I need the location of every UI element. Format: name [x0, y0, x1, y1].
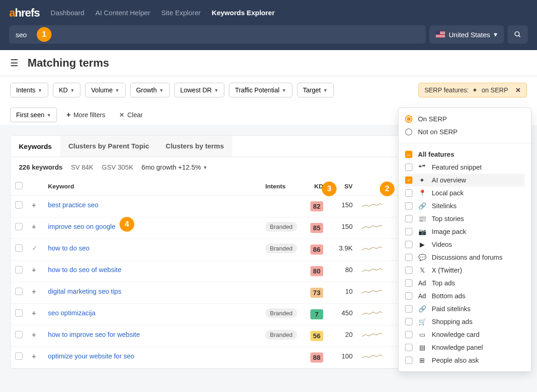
- feature-label: Paid sitelinks: [432, 305, 471, 312]
- feature-people-also-ask[interactable]: ⊞People also ask: [405, 354, 525, 367]
- svg-line-1: [519, 35, 520, 37]
- radio-not-on-serp[interactable]: Not on SERP: [405, 125, 525, 138]
- kd-badge: 80: [310, 266, 323, 276]
- annotation-marker-4: 4: [120, 217, 134, 232]
- add-icon[interactable]: +: [32, 223, 36, 231]
- search-input[interactable]: [16, 31, 419, 39]
- all-features-toggle[interactable]: – All features: [405, 148, 525, 161]
- row-checkbox[interactable]: [15, 223, 23, 230]
- keyword-link[interactable]: optimize your website for seo: [48, 352, 134, 360]
- radio-label: On SERP: [418, 115, 447, 123]
- keyword-link[interactable]: how to improve seo for website: [48, 331, 140, 338]
- feature-featured-snippet[interactable]: ❝❞Featured snippet: [405, 161, 525, 174]
- stat-growth-select[interactable]: 6mo growth +12.5%▼: [142, 164, 207, 171]
- row-checkbox[interactable]: [15, 244, 23, 252]
- add-icon[interactable]: +: [32, 201, 36, 209]
- feature-label: Top stories: [432, 215, 464, 222]
- feature-icon: 📍: [418, 189, 426, 197]
- row-checkbox[interactable]: [15, 309, 23, 317]
- tab-keywords[interactable]: Keywords: [11, 136, 60, 157]
- feature-x-twitter-[interactable]: 𝕏X (Twitter): [405, 264, 525, 277]
- feature-bottom-ads[interactable]: AdBottom ads: [405, 290, 525, 302]
- keyword-link[interactable]: seo optimizacija: [48, 309, 95, 317]
- search-button[interactable]: [508, 25, 528, 44]
- filter-lowest-dr[interactable]: Lowest DR▼: [174, 83, 224, 97]
- close-icon[interactable]: ✕: [515, 86, 521, 94]
- checkbox-icon: ✓: [405, 176, 412, 184]
- feature-label: AI overview: [432, 176, 466, 184]
- more-filters-button[interactable]: +More filters: [62, 108, 110, 122]
- row-checkbox[interactable]: [15, 331, 23, 338]
- add-icon[interactable]: +: [32, 352, 36, 360]
- serp-features-chip[interactable]: SERP features: ✦ on SERP ✕: [418, 83, 527, 97]
- filter-first-seen[interactable]: First seen▼: [10, 108, 57, 122]
- checkbox-icon: [405, 164, 412, 171]
- feature-icon: Ad: [418, 279, 426, 287]
- feature-knowledge-card[interactable]: ▭Knowledge card: [405, 328, 525, 341]
- feature-top-ads[interactable]: AdTop ads: [405, 277, 525, 290]
- filter-intents[interactable]: Intents▼: [10, 83, 48, 97]
- row-checkbox[interactable]: [15, 288, 23, 295]
- row-checkbox[interactable]: [15, 352, 23, 360]
- filter-kd[interactable]: KD▼: [53, 83, 80, 97]
- feature-icon: ▤: [418, 344, 426, 351]
- checkbox-icon: [405, 254, 412, 261]
- country-select[interactable]: United States ▾: [429, 25, 504, 44]
- checkbox-indeterminate-icon: –: [405, 151, 412, 158]
- feature-top-stories[interactable]: 📰Top stories: [405, 212, 525, 225]
- col-intents[interactable]: Intents: [261, 177, 302, 196]
- checkbox-icon: [405, 318, 412, 325]
- keyword-link[interactable]: how to do seo of website: [48, 266, 121, 273]
- feature-icon: 🔗: [418, 305, 426, 312]
- intent-badge: Branded: [265, 244, 297, 253]
- nav-site-explorer[interactable]: Site Explorer: [161, 9, 201, 17]
- feature-videos[interactable]: ▶Videos: [405, 238, 525, 251]
- tab-clusters-terms[interactable]: Clusters by terms: [157, 136, 232, 157]
- feature-ai-overview[interactable]: ✓✦AI overview: [405, 174, 525, 187]
- nav-keywords-explorer[interactable]: Keywords Explorer: [212, 9, 275, 17]
- search-input-wrap: 1: [9, 25, 426, 44]
- select-all-checkbox[interactable]: [15, 182, 23, 189]
- keyword-link[interactable]: best practice seo: [48, 201, 98, 209]
- kd-badge: 86: [310, 244, 323, 255]
- feature-label: Knowledge card: [432, 331, 480, 338]
- kd-badge: 56: [310, 331, 323, 341]
- nav-ai-helper[interactable]: AI Content Helper: [95, 9, 150, 17]
- checkbox-icon: [405, 228, 412, 235]
- feature-label: Knowledge panel: [432, 344, 483, 351]
- keyword-link[interactable]: digital marketing seo tips: [48, 288, 121, 295]
- keyword-link[interactable]: improve seo on google: [48, 223, 115, 230]
- hamburger-icon[interactable]: ☰: [10, 57, 18, 68]
- nav-dashboard[interactable]: Dashboard: [51, 9, 84, 17]
- top-navbar: ahrefs Dashboard AI Content Helper Site …: [0, 0, 537, 25]
- filter-growth[interactable]: Growth▼: [130, 83, 170, 97]
- sv-value: 100: [328, 347, 357, 369]
- feature-image-pack[interactable]: 📷Image pack: [405, 225, 525, 238]
- filter-traffic-potential[interactable]: Traffic Potential▼: [229, 83, 292, 97]
- add-icon[interactable]: +: [32, 331, 36, 339]
- filter-target[interactable]: Target▼: [297, 83, 334, 97]
- sv-value: 450: [328, 304, 357, 325]
- feature-knowledge-panel[interactable]: ▤Knowledge panel: [405, 341, 525, 354]
- feature-shopping-ads[interactable]: 🛒Shopping ads: [405, 315, 525, 328]
- keyword-link[interactable]: how to do seo: [48, 244, 89, 252]
- filter-volume[interactable]: Volume▼: [85, 83, 126, 97]
- clear-filters-button[interactable]: ✕Clear: [114, 108, 147, 121]
- col-keyword[interactable]: Keyword: [43, 177, 261, 196]
- checkbox-icon: [405, 189, 412, 197]
- checkbox-icon: [405, 344, 412, 351]
- row-checkbox[interactable]: [15, 266, 23, 273]
- feature-discussions-and-forums[interactable]: 💬Discussions and forums: [405, 251, 525, 264]
- annotation-marker-2: 2: [380, 182, 394, 196]
- feature-sitelinks[interactable]: 🔗Sitelinks: [405, 199, 525, 212]
- feature-local-pack[interactable]: 📍Local pack: [405, 187, 525, 199]
- add-icon[interactable]: +: [32, 288, 36, 295]
- annotation-marker-1: 1: [37, 27, 51, 42]
- feature-paid-sitelinks[interactable]: 🔗Paid sitelinks: [405, 302, 525, 315]
- add-icon[interactable]: +: [32, 266, 36, 274]
- checkbox-icon: [405, 267, 412, 274]
- add-icon[interactable]: +: [32, 309, 36, 317]
- tab-clusters-parent[interactable]: Clusters by Parent Topic: [60, 136, 158, 157]
- radio-on-serp[interactable]: On SERP: [405, 113, 525, 125]
- row-checkbox[interactable]: [15, 201, 23, 209]
